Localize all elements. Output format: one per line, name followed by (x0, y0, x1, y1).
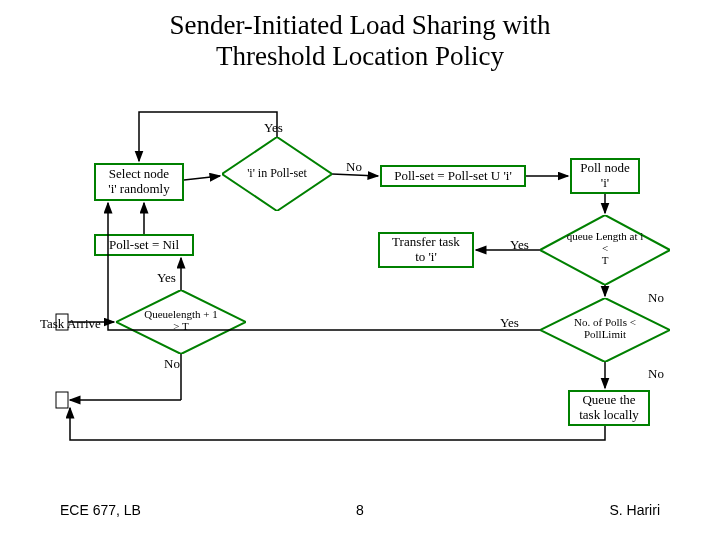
box-transfer-task: Transfer task to 'i' (378, 232, 474, 268)
box-select-node: Select node 'i' randomly (94, 163, 184, 201)
svg-rect-16 (56, 392, 68, 408)
label-task-arrive: Task Arrive (40, 316, 101, 332)
label-no-mid: No (346, 159, 362, 175)
svg-line-4 (184, 176, 220, 180)
queue-locally-text: Queue the task locally (579, 393, 639, 423)
box-pollset-nil: Poll-set = Nil (94, 234, 194, 256)
select-node-text: Select node 'i' randomly (108, 167, 169, 197)
label-no-queue-lt: No (648, 290, 664, 306)
box-pollset-union: Poll-set = Poll-set U 'i' (380, 165, 526, 187)
queuelength-gt-t-text: Queuelength + 1 > T (116, 308, 246, 332)
diamond-i-in-pollset: 'i' in Poll-set (222, 137, 332, 211)
label-yes-pollset: Yes (157, 270, 176, 286)
footer-right: S. Hariri (609, 502, 660, 518)
pollset-union-text: Poll-set = Poll-set U 'i' (394, 169, 511, 184)
i-in-pollset-text: 'i' in Poll-set (222, 167, 332, 180)
queue-len-lt-t-text: queue Length at i < T (540, 230, 670, 266)
diamond-queue-len-lt-t: queue Length at i < T (540, 215, 670, 285)
transfer-task-text: Transfer task to 'i' (392, 235, 460, 265)
label-no-qlen-gt: No (164, 356, 180, 372)
label-yes-transfer: Yes (510, 237, 529, 253)
label-yes-top: Yes (264, 120, 283, 136)
title-line-2: Threshold Location Policy (216, 41, 504, 71)
polls-lt-limit-text: No. of Polls < PollLimit (540, 316, 670, 340)
pollset-nil-text: Poll-set = Nil (109, 238, 179, 253)
poll-node-text: Poll node 'i' (580, 161, 629, 191)
title-line-1: Sender-Initiated Load Sharing with (169, 10, 550, 40)
label-yes-qlen: Yes (500, 315, 519, 331)
diamond-polls-lt-limit: No. of Polls < PollLimit (540, 298, 670, 362)
box-poll-node: Poll node 'i' (570, 158, 640, 194)
label-no-polls: No (648, 366, 664, 382)
page-title: Sender-Initiated Load Sharing with Thres… (0, 10, 720, 72)
box-queue-locally: Queue the task locally (568, 390, 650, 426)
diamond-queuelength-gt-t: Queuelength + 1 > T (116, 290, 246, 354)
